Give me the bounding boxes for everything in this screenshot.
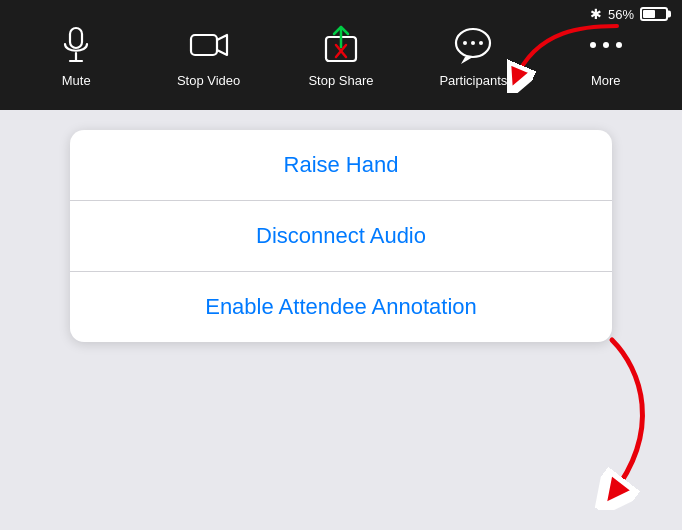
- camera-icon: [189, 23, 229, 67]
- participants-button[interactable]: Participants: [433, 23, 513, 88]
- raise-hand-item[interactable]: Raise Hand: [70, 130, 612, 201]
- svg-point-11: [590, 42, 596, 48]
- stop-share-button[interactable]: Stop Share: [301, 23, 381, 88]
- stop-video-label: Stop Video: [177, 73, 240, 88]
- svg-point-10: [479, 41, 483, 45]
- svg-point-9: [471, 41, 475, 45]
- stop-share-label: Stop Share: [308, 73, 373, 88]
- svg-point-8: [463, 41, 467, 45]
- status-bar: ✱ 56%: [590, 6, 668, 22]
- svg-point-12: [603, 42, 609, 48]
- battery-icon: [640, 7, 668, 21]
- more-dots-icon: [586, 23, 626, 67]
- svg-rect-3: [191, 35, 217, 55]
- battery-percent: 56%: [608, 7, 634, 22]
- content-area: Raise Hand Disconnect Audio Enable Atten…: [0, 110, 682, 530]
- enable-annotation-item[interactable]: Enable Attendee Annotation: [70, 272, 612, 342]
- annotation-arrow-bottom: [512, 330, 672, 510]
- participants-label: Participants: [439, 73, 507, 88]
- stop-share-icon: [323, 23, 359, 67]
- svg-rect-0: [70, 28, 82, 48]
- more-button[interactable]: More: [566, 23, 646, 88]
- mute-label: Mute: [62, 73, 91, 88]
- stop-video-button[interactable]: Stop Video: [169, 23, 249, 88]
- disconnect-audio-item[interactable]: Disconnect Audio: [70, 201, 612, 272]
- mute-button[interactable]: Mute: [36, 23, 116, 88]
- svg-point-13: [616, 42, 622, 48]
- microphone-icon: [62, 23, 90, 67]
- menu-card: Raise Hand Disconnect Audio Enable Atten…: [70, 130, 612, 342]
- more-label: More: [591, 73, 621, 88]
- toolbar: ✱ 56% Mute Stop Video: [0, 0, 682, 110]
- chat-bubble-icon: [453, 23, 493, 67]
- bluetooth-icon: ✱: [590, 6, 602, 22]
